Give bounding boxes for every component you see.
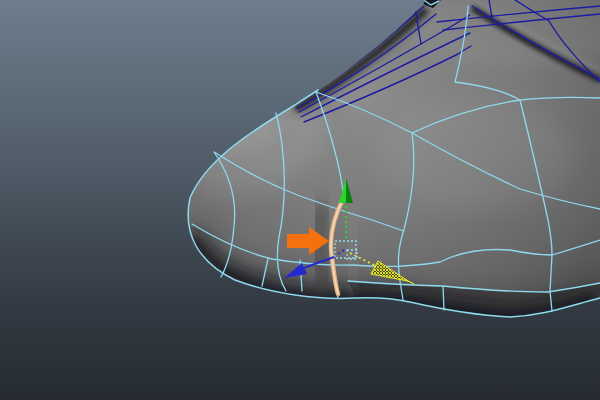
viewport-canvas[interactable]	[0, 0, 600, 400]
sheen-right	[375, 100, 575, 210]
viewport-window	[0, 0, 600, 400]
